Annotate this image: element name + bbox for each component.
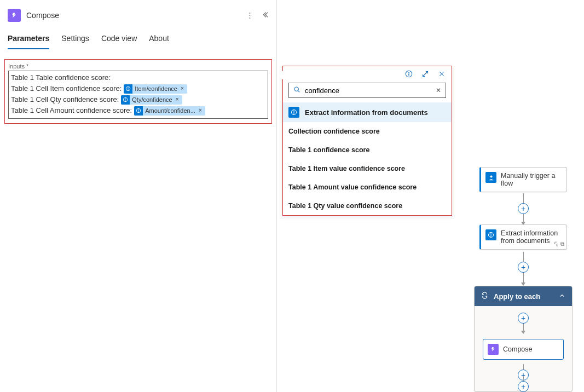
node-extract[interactable]: Extract information from documents ⧉ (479, 224, 567, 250)
node-label: Compose (503, 345, 533, 353)
token-label: Qty/confidence (132, 94, 172, 105)
token-label: Amount/confiden... (145, 105, 195, 116)
inputs-label: Inputs * (8, 63, 268, 70)
input-line-text: Table 1 Cell Item confidence score: (11, 83, 122, 94)
apply-to-each-header[interactable]: Apply to each (475, 286, 572, 306)
flow-canvas[interactable]: ✕ Extract information from documents Col… (276, 0, 584, 392)
result-item[interactable]: Table 1 Item value confidence score (283, 159, 452, 178)
search-icon (293, 86, 300, 95)
result-item[interactable]: Table 1 Amount value confidence score (283, 178, 452, 197)
search-input[interactable] (305, 87, 431, 95)
token-label: Item/confidence (135, 83, 177, 94)
person-icon (485, 172, 496, 183)
compose-panel: Compose ⋮ Parameters Settings Code view … (0, 0, 276, 392)
tabs: Parameters Settings Code view About (0, 28, 276, 49)
input-line-text: Table 1 Cell Qty confidence score: (11, 94, 119, 105)
connector-line (523, 273, 524, 283)
compose-icon (8, 9, 21, 22)
collapse-icon[interactable] (261, 11, 269, 20)
section-title: Extract information from documents (305, 108, 428, 117)
close-icon[interactable]: × (175, 94, 180, 105)
info-icon[interactable] (404, 70, 413, 78)
token-icon (124, 84, 132, 94)
extract-icon (485, 229, 496, 240)
input-line-text: Table 1 Table confidence score: (11, 72, 111, 83)
close-icon[interactable]: × (180, 83, 185, 94)
tab-settings[interactable]: Settings (61, 28, 89, 49)
token-icon (121, 95, 130, 105)
apply-label: Apply to each (494, 292, 540, 301)
close-icon[interactable]: × (198, 105, 203, 116)
inputs-textarea[interactable]: Table 1 Table confidence score: Table 1 … (8, 71, 268, 119)
panel-header: Compose ⋮ (0, 0, 276, 28)
svg-point-9 (294, 87, 298, 91)
connector-line (523, 324, 524, 331)
inputs-field-highlight: Inputs * Table 1 Table confidence score:… (4, 59, 272, 124)
result-item[interactable]: Table 1 confidence score (283, 141, 452, 159)
search-input-wrap: ✕ (288, 83, 446, 98)
popup-pointer-icon (279, 71, 283, 79)
compose-icon (488, 344, 499, 355)
section-icon (288, 107, 299, 118)
tab-about[interactable]: About (149, 28, 169, 49)
node-trigger[interactable]: Manually trigger a flow (479, 167, 567, 192)
add-step-button[interactable]: + (518, 381, 529, 392)
connector-line (523, 193, 524, 203)
svg-point-7 (408, 72, 409, 73)
arrow-down-icon (521, 331, 525, 334)
connector-line (523, 252, 524, 262)
connector-line (523, 364, 524, 370)
result-item[interactable]: Collection confidence score (283, 122, 452, 141)
loop-icon (481, 292, 488, 301)
token-amount-confidence[interactable]: Amount/confiden... × (134, 106, 205, 116)
popup-section-header[interactable]: Extract information from documents (283, 102, 452, 122)
clear-icon[interactable]: ✕ (436, 87, 441, 94)
add-step-button[interactable]: + (518, 313, 529, 324)
tab-parameters[interactable]: Parameters (8, 28, 49, 49)
node-label: Manually trigger a flow (501, 172, 562, 187)
token-icon (134, 106, 143, 116)
add-step-button[interactable]: + (518, 203, 529, 214)
token-item-confidence[interactable]: Item/confidence × (124, 84, 187, 94)
dynamic-content-popup: ✕ Extract information from documents Col… (282, 66, 452, 216)
svg-point-13 (490, 175, 492, 177)
node-compose-inner[interactable]: Compose (483, 339, 564, 360)
link-icon: ⧉ (554, 241, 564, 247)
tab-codeview[interactable]: Code view (101, 28, 137, 49)
svg-rect-8 (408, 73, 409, 76)
add-step-button[interactable]: + (518, 262, 529, 273)
svg-line-10 (298, 91, 300, 93)
result-item[interactable]: Table 1 Qty value confidence score (283, 197, 452, 215)
node-label: Extract information from documents (501, 229, 562, 245)
token-qty-confidence[interactable]: Qty/confidence × (121, 95, 182, 105)
connector-line (523, 214, 524, 222)
expand-icon[interactable] (421, 70, 430, 78)
close-icon[interactable] (437, 70, 446, 78)
panel-title: Compose (26, 11, 241, 20)
more-icon[interactable]: ⋮ (246, 11, 253, 20)
chevron-up-icon[interactable] (559, 292, 565, 301)
input-line-text: Table 1 Cell Amount confidence score: (11, 105, 132, 116)
